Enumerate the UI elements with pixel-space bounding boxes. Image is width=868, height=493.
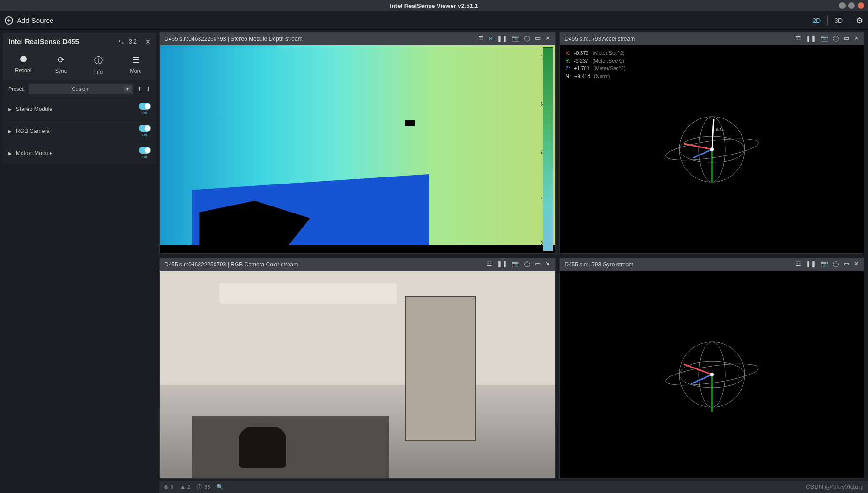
close-stream-icon[interactable]: ✕ [854,260,859,269]
view-3d-button[interactable]: 3D [829,15,848,26]
upload-preset-icon[interactable]: ⬆ [137,86,142,93]
chevron-down-icon: ▼ [124,86,131,92]
add-source-label: Add Source [17,16,53,24]
usb-icon: ⇆ [119,38,124,45]
gyro-gimbal [660,328,764,421]
record-button[interactable]: Record [9,55,37,74]
info-status-icon: ⓘ [197,483,202,491]
usb-version: 3.2 [129,38,137,45]
warning-icon: ▲ [180,484,185,490]
view-toggle: 2D 3D [807,15,848,26]
depth-stream-view[interactable]: 4 3 2 1 0 [160,45,555,253]
gyro-stream-title: D455 s.n:..793 Gyro stream [564,261,795,268]
depth-stream-controls: ☲ ⧄ ❚❚ 📷 ⓘ ▭ ✕ [478,35,550,43]
module-toggle[interactable] [139,125,151,132]
close-button[interactable] [858,2,864,9]
pause-icon[interactable]: ❚❚ [806,260,816,269]
window-icon[interactable]: ▭ [535,260,541,269]
preset-select[interactable]: Custom ▼ [29,84,133,94]
close-stream-icon[interactable]: ✕ [545,260,550,269]
stream-info-icon[interactable]: ⓘ [833,35,839,43]
settings-icon[interactable]: ⚙ [856,15,863,26]
colorbar-tick: 0 [541,241,543,246]
record-label: Record [9,67,37,73]
window-title: Intel RealSense Viewer v2.51.1 [390,2,478,9]
status-errors[interactable]: ⊗ 3 [164,484,173,490]
rgb-stream-title: D455 s.n:046322250793 | RGB Camera Color… [164,261,487,268]
close-device-button[interactable]: ✕ [145,38,151,45]
list-icon[interactable]: ☲ [795,35,801,43]
module-toggle[interactable] [139,147,151,154]
svg-line-6 [693,149,712,158]
info-icon: ⓘ [84,55,112,66]
sync-icon: ⟳ [47,55,75,65]
view-2d-button[interactable]: 2D [807,15,826,26]
more-label: More [122,68,150,74]
chevron-right-icon: ▶ [8,107,12,112]
info-count: 35 [204,484,210,490]
pause-icon[interactable]: ❚❚ [806,35,816,43]
status-search[interactable]: 🔍 [216,484,223,490]
module-row[interactable]: ▶ Stereo Module on [3,98,156,120]
add-source-button[interactable]: + Add Source [5,16,53,25]
view-divider [827,16,828,25]
watermark: CSDN @AndyVictory [806,483,863,490]
minimize-button[interactable] [839,2,846,9]
gyro-stream-view[interactable] [560,271,864,479]
titlebar: Intel RealSense Viewer v2.51.1 [0,0,868,11]
accel-stream-view[interactable]: X:-0.379(Meter/Sec^2)Y:-9.237(Meter/Sec^… [560,45,864,253]
stream-info-icon[interactable]: ⓘ [524,35,530,43]
module-name: Stereo Module [16,106,139,112]
module-row[interactable]: ▶ RGB Camera on [3,120,156,142]
module-toggle-state: on [139,110,151,115]
maximize-button[interactable] [848,2,855,9]
module-toggle-state: on [139,155,151,159]
depth-stream-panel: D455 s.n:046322250793 | Stereo Module De… [159,32,556,254]
sync-label: Sync [47,68,75,74]
stream-info-icon[interactable]: ⓘ [524,260,530,269]
warning-count: 2 [187,484,190,490]
svg-point-16 [710,373,714,376]
device-name: Intel RealSense D455 [8,37,114,45]
camera-icon[interactable]: 📷 [821,35,828,43]
depth-colorbar [543,47,553,251]
close-stream-icon[interactable]: ✕ [545,35,550,43]
svg-line-7 [712,119,714,149]
more-button[interactable]: ☰ More [122,55,150,74]
close-stream-icon[interactable]: ✕ [854,35,859,43]
colorbar-tick: 4 [541,54,543,59]
window-icon[interactable]: ▭ [844,35,849,43]
info-label: Info [84,69,112,74]
chart-icon[interactable]: ⧄ [489,35,492,43]
svg-line-13 [684,364,712,375]
list-icon[interactable]: ☲ [487,260,492,269]
status-info[interactable]: ⓘ 35 [197,483,210,491]
window-icon[interactable]: ▭ [844,260,849,269]
info-button[interactable]: ⓘ Info [84,55,112,74]
record-icon [20,56,27,62]
window-icon[interactable]: ▭ [535,35,541,43]
search-icon: 🔍 [216,484,223,490]
accel-stream-controls: ☲ ❚❚ 📷 ⓘ ▭ ✕ [795,35,859,43]
camera-icon[interactable]: 📷 [512,260,519,269]
camera-icon[interactable]: 📷 [821,260,828,269]
list-icon[interactable]: ☲ [795,260,801,269]
pause-icon[interactable]: ❚❚ [497,35,507,43]
status-bar: ⊗ 3 ▲ 2 ⓘ 35 🔍 [159,481,868,493]
sidebar: Intel RealSense D455 ⇆ 3.2 ✕ Record ⟳ Sy… [0,30,159,493]
rgb-stream-view[interactable] [160,271,555,479]
status-warnings[interactable]: ▲ 2 [180,484,190,490]
stream-info-icon[interactable]: ⓘ [833,260,839,269]
plus-icon: + [5,16,13,25]
sync-button[interactable]: ⟳ Sync [47,55,75,74]
colorbar-tick: 1 [541,197,543,202]
svg-line-4 [684,144,712,149]
pause-icon[interactable]: ❚❚ [497,260,507,269]
camera-icon[interactable]: 📷 [512,35,519,43]
hamburger-icon: ☰ [122,55,150,65]
module-row[interactable]: ▶ Motion Module on [3,142,156,164]
module-toggle-state: on [139,132,151,137]
download-preset-icon[interactable]: ⬇ [146,86,151,93]
module-toggle[interactable] [139,103,151,110]
list-icon[interactable]: ☲ [478,35,484,43]
